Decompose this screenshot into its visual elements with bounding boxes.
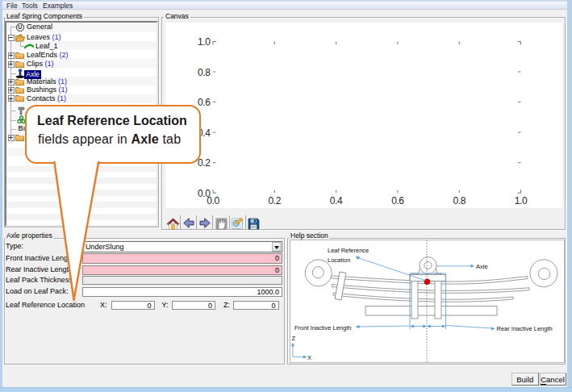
svg-text:Z: Z [292, 335, 296, 342]
svg-text:Rear Inactive Length: Rear Inactive Length [497, 325, 553, 332]
svg-text:Location: Location [328, 256, 350, 264]
svg-text:Front Inactive Length: Front Inactive Length [294, 324, 351, 332]
svg-text:X: X [307, 354, 311, 361]
svg-text:Axle: Axle [476, 263, 488, 270]
svg-text:Leaf Reference: Leaf Reference [328, 247, 369, 254]
